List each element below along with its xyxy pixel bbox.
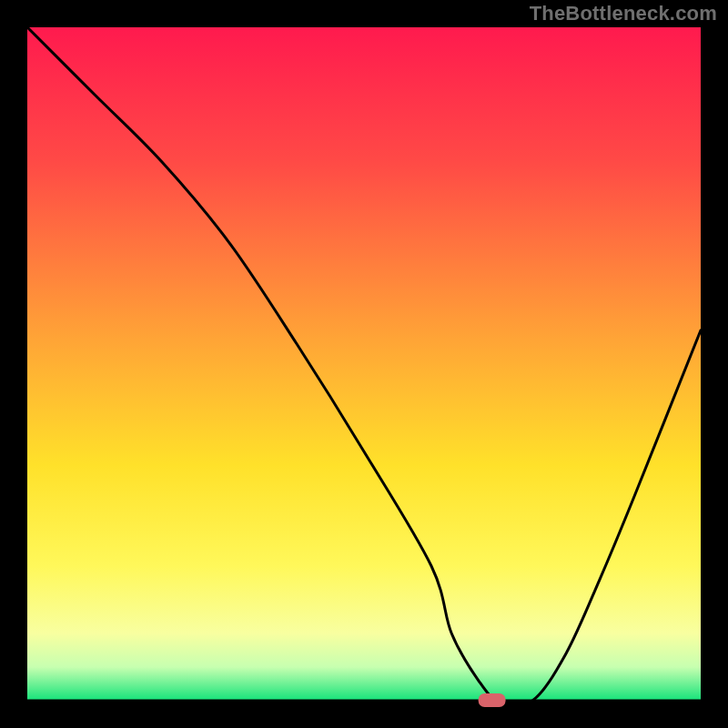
chart-svg bbox=[0, 0, 728, 728]
optimal-marker bbox=[479, 693, 506, 707]
chart-stage: TheBottleneck.com bbox=[0, 0, 728, 728]
watermark-text: TheBottleneck.com bbox=[530, 2, 717, 25]
